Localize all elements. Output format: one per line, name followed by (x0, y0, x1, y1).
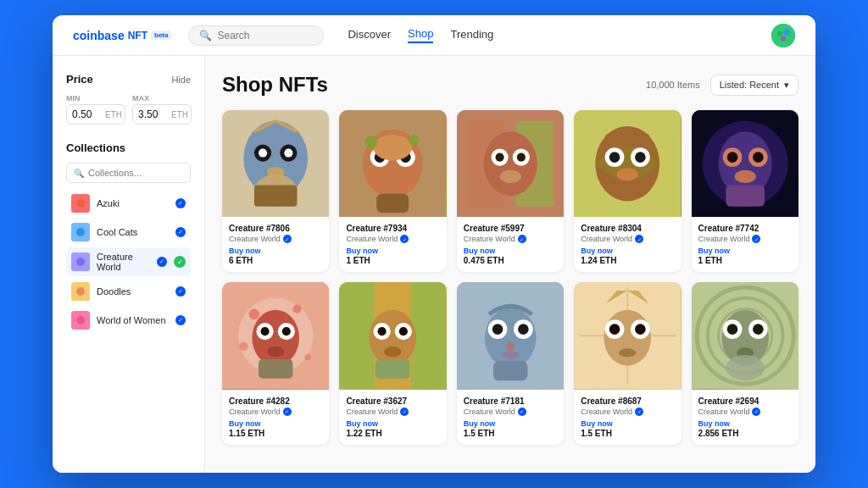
nft-verified-8304: ✓ (635, 235, 643, 243)
nav-shop[interactable]: Shop (408, 27, 433, 43)
nft-image-2694 (692, 282, 798, 389)
nft-collection-8687: Creature World ✓ (581, 408, 674, 416)
svg-point-13 (76, 316, 85, 324)
svg-point-57 (753, 152, 764, 163)
collection-item-azuki[interactable]: Azuki ✓ (66, 190, 191, 217)
collection-thumb-doodles (71, 282, 90, 301)
app-window: coinbase NFT beta 🔍 Discover Shop Trendi… (53, 15, 815, 473)
nft-card-8304[interactable]: Creature #8304 Creature World ✓ Buy now … (574, 110, 681, 272)
svg-point-32 (374, 135, 413, 160)
check-icon-creatureworld: ✓ (174, 256, 186, 268)
buy-now-7181[interactable]: Buy now (464, 419, 557, 428)
logo[interactable]: coinbase NFT beta (73, 29, 171, 42)
svg-point-3 (781, 36, 786, 42)
nft-name-2694: Creature #2694 (698, 396, 792, 406)
buy-now-8304[interactable]: Buy now (581, 247, 674, 255)
svg-point-34 (409, 135, 420, 146)
min-price-group: MIN ETH (66, 94, 125, 125)
collection-item-doodles[interactable]: Doodles ✓ (66, 278, 191, 305)
nft-verified-4282: ✓ (283, 408, 292, 416)
price-inputs: MIN ETH MAX ETH (66, 94, 191, 125)
svg-point-48 (609, 152, 620, 163)
nft-card-7181[interactable]: Creature #7181 Creature World ✓ Buy now … (457, 282, 564, 444)
nft-card-3627[interactable]: Creature #3627 Creature World ✓ Buy now … (339, 282, 446, 444)
svg-rect-24 (254, 185, 298, 206)
buy-now-5997[interactable]: Buy now (464, 247, 557, 255)
nft-info-4282: Creature #4282 Creature World ✓ Buy now … (222, 390, 329, 445)
search-input[interactable] (217, 30, 313, 42)
collections-search[interactable]: 🔍 (66, 163, 191, 183)
search-bar[interactable]: 🔍 (188, 25, 324, 46)
buy-now-2694[interactable]: Buy now (698, 419, 792, 428)
svg-point-109 (726, 324, 737, 336)
max-label: MAX (132, 94, 192, 103)
buy-now-7806[interactable]: Buy now (229, 247, 322, 255)
collection-item-creatureworld[interactable]: Creature World ✓ ✓ (66, 247, 191, 276)
nft-name-8304: Creature #8304 (581, 224, 674, 233)
max-price-input[interactable] (138, 108, 168, 120)
buy-now-7934[interactable]: Buy now (346, 247, 439, 255)
collection-item-coolcats[interactable]: Cool Cats ✓ (66, 219, 191, 246)
nft-image-8304 (574, 110, 681, 217)
nft-card-5997[interactable]: Creature #5997 Creature World ✓ Buy now … (457, 110, 564, 272)
nft-image-7181 (457, 282, 564, 389)
svg-rect-76 (411, 282, 447, 389)
nav-trending[interactable]: Trending (450, 28, 493, 42)
nft-verified-7742: ✓ (752, 235, 760, 243)
nft-image-7934 (339, 110, 446, 217)
eth-price-3627: 1.22 ETH (346, 429, 439, 438)
nft-card-7806[interactable]: Creature #7806 Creature World ✓ Buy now … (222, 110, 329, 272)
nft-card-8687[interactable]: Creature #8687 Creature World ✓ Buy now … (574, 282, 681, 444)
nft-collection-4282: Creature World ✓ (229, 408, 322, 416)
nft-image-3627 (339, 282, 446, 389)
collections-section: Collections 🔍 Azuki ✓ (66, 141, 191, 334)
svg-rect-59 (726, 185, 765, 206)
nft-grid: Creature #7806 Creature World ✓ Buy now … (222, 110, 798, 445)
nft-name-3627: Creature #3627 (346, 396, 439, 406)
buy-now-7742[interactable]: Buy now (698, 247, 792, 255)
collection-thumb-azuki (71, 194, 90, 213)
collection-item-worldofwomen[interactable]: World of Women ✓ (66, 307, 191, 334)
verified-icon-worldofwomen: ✓ (175, 315, 186, 325)
nav-discover[interactable]: Discover (348, 28, 391, 42)
nft-card-4282[interactable]: Creature #4282 Creature World ✓ Buy now … (222, 282, 329, 444)
max-eth-label: ETH (171, 110, 188, 119)
svg-point-101 (619, 349, 636, 358)
svg-rect-83 (376, 359, 409, 379)
eth-price-2694: 2.856 ETH (698, 429, 792, 438)
collections-search-input[interactable] (88, 168, 183, 178)
nft-card-7742[interactable]: Creature #7742 Creature World ✓ Buy now … (692, 110, 798, 272)
nft-info-3627: Creature #3627 Creature World ✓ Buy now … (339, 390, 446, 445)
collection-thumb-worldofwomen (71, 311, 90, 330)
logo-text: coinbase (73, 29, 125, 42)
nft-card-7934[interactable]: Creature #7934 Creature World ✓ Buy now … (339, 110, 446, 272)
hide-button[interactable]: Hide (171, 75, 191, 85)
min-price-field[interactable]: ETH (66, 104, 125, 125)
items-count: 10,000 Items (646, 80, 700, 90)
header-right: 10,000 Items Listed: Recent ▾ (646, 75, 798, 96)
buy-now-8687[interactable]: Buy now (581, 419, 674, 428)
eth-price-7934: 1 ETH (346, 256, 439, 265)
nft-collection-7742: Creature World ✓ (698, 235, 792, 243)
svg-point-42 (517, 153, 526, 162)
buy-now-3627[interactable]: Buy now (346, 419, 439, 428)
svg-point-50 (617, 168, 638, 180)
max-price-field[interactable]: ETH (132, 104, 192, 125)
svg-point-41 (495, 153, 504, 162)
collection-name-worldofwomen: World of Women (97, 315, 169, 325)
collection-thumb-coolcats (71, 223, 90, 241)
nft-info-5997: Creature #5997 Creature World ✓ Buy now … (457, 217, 564, 272)
min-price-input[interactable] (72, 108, 102, 120)
svg-point-62 (249, 309, 260, 320)
nft-card-2694[interactable]: Creature #2694 Creature World ✓ Buy now … (692, 282, 798, 444)
svg-point-71 (267, 347, 284, 358)
avatar[interactable] (771, 24, 795, 47)
sort-dropdown[interactable]: Listed: Recent ▾ (710, 75, 798, 96)
svg-point-5 (76, 199, 85, 208)
buy-now-4282[interactable]: Buy now (229, 419, 322, 428)
nft-image-4282 (222, 282, 329, 389)
svg-point-33 (365, 136, 378, 148)
nft-collection-3627: Creature World ✓ (346, 408, 439, 416)
nft-verified-7934: ✓ (400, 235, 409, 243)
sidebar: Price Hide MIN ETH MAX (53, 56, 205, 473)
